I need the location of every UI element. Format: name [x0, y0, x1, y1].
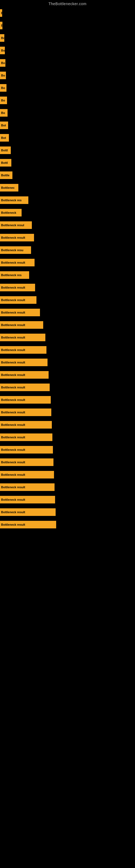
bar-39: Bottleneck result: [0, 496, 55, 503]
bar-row-3: Bo: [0, 44, 135, 56]
bar-label-38: Bottleneck result: [1, 486, 25, 489]
bar-label-5: Bo: [1, 74, 5, 77]
bar-row-16: Bottleneck: [0, 207, 135, 219]
bar-6: Bo: [0, 84, 6, 92]
bar-label-17: Bottleneck resul: [1, 223, 24, 227]
bar-row-20: Bottleneck result: [0, 257, 135, 269]
bar-label-41: Bottleneck result: [1, 523, 25, 526]
bar-20: Bottleneck result: [0, 259, 35, 267]
bar-3: Bo: [0, 46, 5, 54]
bar-label-16: Bottleneck: [1, 211, 16, 214]
bar-row-18: Bottleneck result: [0, 231, 135, 244]
bar-row-37: Bottleneck result: [0, 469, 135, 480]
site-title: TheBottlenecker.com: [0, 0, 135, 7]
bar-label-4: Bo: [1, 61, 5, 65]
bar-row-17: Bottleneck resul: [0, 219, 135, 231]
bar-18: Bottleneck result: [0, 234, 34, 241]
bar-row-1: B: [0, 20, 135, 31]
bar-label-19: Bottleneck resu: [1, 248, 24, 252]
bar-35: Bottleneck result: [0, 446, 53, 454]
bar-15: Bottleneck res: [0, 196, 28, 204]
bar-14: Bottlenec: [0, 184, 18, 191]
bar-label-12: Bottl: [1, 161, 8, 164]
bar-row-40: Bottleneck result: [0, 506, 135, 518]
bar-row-23: Bottleneck result: [0, 294, 135, 306]
bar-22: Bottleneck result: [0, 284, 35, 291]
bar-label-1: B: [1, 24, 2, 27]
bar-12: Bottl: [0, 159, 11, 166]
bar-label-30: Bottleneck result: [1, 386, 25, 389]
bar-row-14: Bottlenec: [0, 182, 135, 194]
bar-label-9: Bot: [1, 124, 6, 127]
bar-label-22: Bottleneck result: [1, 286, 25, 289]
bar-17: Bottleneck resul: [0, 221, 32, 229]
bar-row-6: Bo: [0, 82, 135, 94]
bar-label-31: Bottleneck result: [1, 398, 25, 401]
bar-label-32: Bottleneck result: [1, 411, 25, 414]
bar-label-35: Bottleneck result: [1, 448, 25, 452]
bar-0: B: [0, 9, 2, 17]
bar-label-14: Bottlenec: [1, 186, 14, 189]
bar-row-12: Bottl: [0, 157, 135, 169]
bar-row-39: Bottleneck result: [0, 494, 135, 506]
bar-27: Bottleneck result: [0, 346, 46, 354]
bar-5: Bo: [0, 72, 6, 79]
bar-37: Bottleneck result: [0, 471, 54, 478]
bar-34: Bottleneck result: [0, 433, 52, 441]
bar-row-22: Bottleneck result: [0, 282, 135, 293]
bar-10: Bot: [0, 134, 9, 142]
bar-row-2: Bo: [0, 32, 135, 44]
bar-label-10: Bot: [1, 136, 6, 140]
bar-row-30: Bottleneck result: [0, 381, 135, 393]
bar-label-3: Bo: [1, 49, 5, 52]
bar-38: Bottleneck result: [0, 484, 54, 491]
bar-label-28: Bottleneck result: [1, 361, 25, 364]
bar-label-21: Bottleneck res: [1, 273, 21, 277]
bar-row-5: Bo: [0, 69, 135, 82]
bar-row-24: Bottleneck result: [0, 307, 135, 318]
bar-row-21: Bottleneck res: [0, 269, 135, 281]
bar-2: Bo: [0, 34, 4, 42]
bar-row-33: Bottleneck result: [0, 419, 135, 431]
bar-13: Bottle: [0, 172, 12, 179]
bar-label-11: Bottl: [1, 149, 8, 152]
bar-label-34: Bottleneck result: [1, 436, 25, 439]
bar-label-33: Bottleneck result: [1, 423, 25, 426]
bar-label-27: Bottleneck result: [1, 348, 25, 351]
bar-label-13: Bottle: [1, 174, 9, 177]
bar-label-7: Bo: [1, 99, 5, 102]
bar-16: Bottleneck: [0, 209, 21, 216]
bar-label-20: Bottleneck result: [1, 261, 25, 264]
bar-9: Bot: [0, 122, 8, 129]
bar-11: Bottl: [0, 147, 11, 154]
bar-row-31: Bottleneck result: [0, 394, 135, 406]
bar-label-39: Bottleneck result: [1, 498, 25, 501]
bar-31: Bottleneck result: [0, 396, 51, 404]
bar-8: Bo: [0, 109, 8, 117]
bar-row-29: Bottleneck result: [0, 369, 135, 381]
bar-label-18: Bottleneck result: [1, 236, 25, 239]
bar-row-41: Bottleneck result: [0, 519, 135, 531]
bar-row-26: Bottleneck result: [0, 332, 135, 343]
bar-40: Bottleneck result: [0, 508, 56, 516]
bar-1: B: [0, 22, 2, 29]
bar-26: Bottleneck result: [0, 334, 45, 341]
bar-label-2: Bo: [1, 36, 4, 40]
bar-label-23: Bottleneck result: [1, 299, 25, 302]
bar-7: Bo: [0, 97, 7, 104]
bar-row-27: Bottleneck result: [0, 344, 135, 356]
bar-label-24: Bottleneck result: [1, 311, 25, 314]
bar-row-7: Bo: [0, 94, 135, 106]
bar-label-37: Bottleneck result: [1, 473, 25, 476]
bar-row-11: Bottl: [0, 144, 135, 156]
bar-19: Bottleneck resu: [0, 246, 31, 254]
bar-row-0: B: [0, 7, 135, 19]
bar-row-8: Bo: [0, 107, 135, 119]
bar-21: Bottleneck res: [0, 271, 29, 279]
bar-36: Bottleneck result: [0, 458, 53, 466]
bar-row-28: Bottleneck result: [0, 356, 135, 368]
bar-32: Bottleneck result: [0, 408, 51, 416]
bar-row-38: Bottleneck result: [0, 481, 135, 493]
bar-label-36: Bottleneck result: [1, 461, 25, 464]
bar-29: Bottleneck result: [0, 371, 49, 379]
